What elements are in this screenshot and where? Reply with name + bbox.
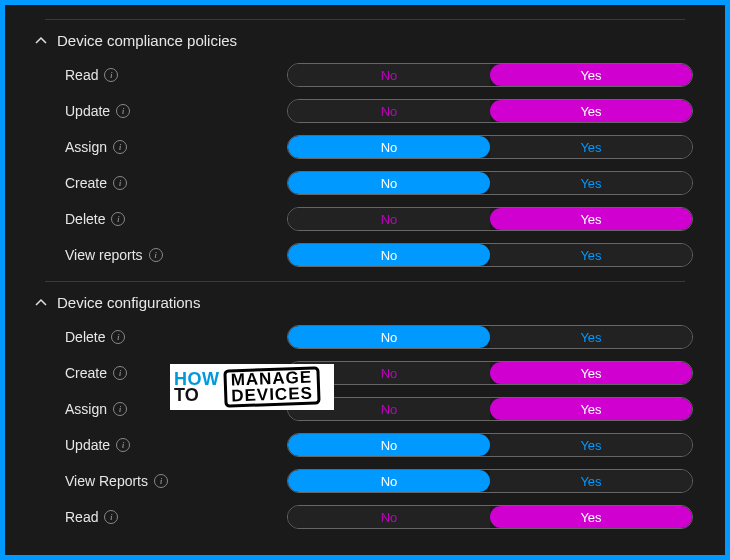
section-header[interactable]: Device configurations	[25, 286, 705, 319]
toggle-yes[interactable]: Yes	[490, 506, 692, 528]
section-header[interactable]: Device compliance policies	[25, 24, 705, 57]
permission-label: Create i	[65, 175, 287, 191]
toggle-update[interactable]: No Yes	[287, 433, 693, 457]
info-icon[interactable]: i	[154, 474, 168, 488]
info-icon[interactable]: i	[113, 140, 127, 154]
toggle-yes[interactable]: Yes	[490, 244, 692, 266]
toggle-read[interactable]: No Yes	[287, 63, 693, 87]
toggle-no[interactable]: No	[288, 100, 490, 122]
permission-name: Assign	[65, 401, 107, 417]
toggle-no[interactable]: No	[288, 136, 490, 158]
permission-row: Assign i No Yes	[65, 391, 705, 427]
toggle-assign[interactable]: No Yes	[287, 397, 693, 421]
permission-name: Update	[65, 103, 110, 119]
toggle-no[interactable]: No	[288, 208, 490, 230]
toggle-no[interactable]: No	[288, 506, 490, 528]
permission-row: View Reports i No Yes	[65, 463, 705, 499]
permission-name: Read	[65, 509, 98, 525]
permission-row: Read i No Yes	[65, 499, 705, 535]
permission-label: Update i	[65, 437, 287, 453]
toggle-no[interactable]: No	[288, 326, 490, 348]
toggle-yes[interactable]: Yes	[490, 208, 692, 230]
info-icon[interactable]: i	[113, 366, 127, 380]
permission-name: View reports	[65, 247, 143, 263]
toggle-no[interactable]: No	[288, 434, 490, 456]
toggle-yes[interactable]: Yes	[490, 136, 692, 158]
permission-name: View Reports	[65, 473, 148, 489]
toggle-yes[interactable]: Yes	[490, 326, 692, 348]
section-body: Delete i No Yes Create i No Yes	[25, 319, 705, 535]
permission-label: Update i	[65, 103, 287, 119]
info-icon[interactable]: i	[113, 402, 127, 416]
permission-name: Delete	[65, 211, 105, 227]
info-icon[interactable]: i	[116, 104, 130, 118]
toggle-no[interactable]: No	[288, 470, 490, 492]
toggle-view-reports[interactable]: No Yes	[287, 469, 693, 493]
toggle-no[interactable]: No	[288, 244, 490, 266]
permission-label: View Reports i	[65, 473, 287, 489]
toggle-yes[interactable]: Yes	[490, 434, 692, 456]
permission-row: Create i No Yes	[65, 165, 705, 201]
toggle-view-reports[interactable]: No Yes	[287, 243, 693, 267]
watermark-right: MANAGE DEVICES	[223, 366, 320, 408]
permission-row: Delete i No Yes	[65, 201, 705, 237]
section-device-compliance-policies: Device compliance policies Read i No Yes…	[25, 24, 705, 273]
toggle-yes[interactable]: Yes	[490, 398, 692, 420]
permission-label: View reports i	[65, 247, 287, 263]
permission-label: Read i	[65, 509, 287, 525]
info-icon[interactable]: i	[111, 212, 125, 226]
toggle-yes[interactable]: Yes	[490, 100, 692, 122]
permission-row: Update i No Yes	[65, 427, 705, 463]
toggle-no[interactable]: No	[288, 172, 490, 194]
section-title: Device configurations	[57, 294, 200, 311]
chevron-up-icon	[35, 297, 47, 309]
chevron-up-icon	[35, 35, 47, 47]
section-body: Read i No Yes Update i No Yes	[25, 57, 705, 273]
info-icon[interactable]: i	[104, 510, 118, 524]
toggle-assign[interactable]: No Yes	[287, 135, 693, 159]
permission-row: Update i No Yes	[65, 93, 705, 129]
toggle-create[interactable]: No Yes	[287, 171, 693, 195]
permissions-panel: Device compliance policies Read i No Yes…	[5, 5, 725, 555]
divider	[45, 281, 685, 282]
toggle-read[interactable]: No Yes	[287, 505, 693, 529]
info-icon[interactable]: i	[111, 330, 125, 344]
section-title: Device compliance policies	[57, 32, 237, 49]
permission-label: Assign i	[65, 139, 287, 155]
permission-row: Assign i No Yes	[65, 129, 705, 165]
permission-row: Delete i No Yes	[65, 319, 705, 355]
permission-name: Assign	[65, 139, 107, 155]
permission-name: Delete	[65, 329, 105, 345]
watermark-logo: HOW TO MANAGE DEVICES	[170, 364, 334, 410]
permission-name: Update	[65, 437, 110, 453]
watermark-left: HOW TO	[174, 371, 220, 403]
toggle-no[interactable]: No	[288, 64, 490, 86]
permission-row: Read i No Yes	[65, 57, 705, 93]
toggle-delete[interactable]: No Yes	[287, 325, 693, 349]
toggle-yes[interactable]: Yes	[490, 470, 692, 492]
toggle-yes[interactable]: Yes	[490, 64, 692, 86]
permission-row: View reports i No Yes	[65, 237, 705, 273]
permission-label: Delete i	[65, 329, 287, 345]
divider	[45, 19, 685, 20]
info-icon[interactable]: i	[104, 68, 118, 82]
toggle-yes[interactable]: Yes	[490, 172, 692, 194]
info-icon[interactable]: i	[116, 438, 130, 452]
info-icon[interactable]: i	[113, 176, 127, 190]
watermark-to: TO	[174, 387, 220, 403]
toggle-delete[interactable]: No Yes	[287, 207, 693, 231]
permission-name: Create	[65, 175, 107, 191]
watermark-devices: DEVICES	[231, 386, 313, 405]
toggle-yes[interactable]: Yes	[490, 362, 692, 384]
permission-row: Create i No Yes	[65, 355, 705, 391]
toggle-update[interactable]: No Yes	[287, 99, 693, 123]
section-device-configurations: Device configurations Delete i No Yes Cr…	[25, 286, 705, 535]
info-icon[interactable]: i	[149, 248, 163, 262]
permission-label: Read i	[65, 67, 287, 83]
permission-name: Read	[65, 67, 98, 83]
permission-label: Delete i	[65, 211, 287, 227]
toggle-create[interactable]: No Yes	[287, 361, 693, 385]
permission-name: Create	[65, 365, 107, 381]
